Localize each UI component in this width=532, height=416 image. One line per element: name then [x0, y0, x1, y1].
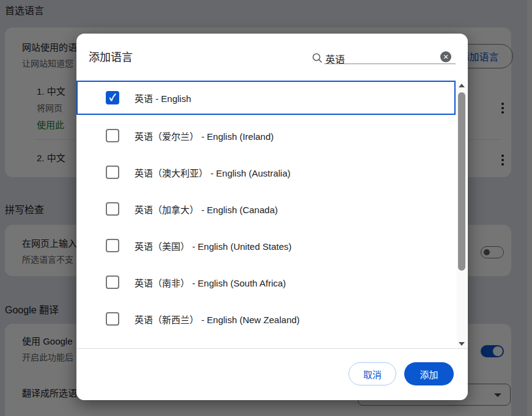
checkbox-icon[interactable]	[106, 166, 119, 179]
language-label: 英语 - English	[135, 92, 191, 104]
search-icon	[312, 53, 323, 64]
search-underline	[324, 64, 456, 64]
dialog-title: 添加语言	[89, 48, 133, 64]
language-label: 英语（新西兰） - English (New Zealand)	[135, 313, 300, 326]
language-label: 英语（加拿大） - English (Canada)	[135, 203, 278, 216]
language-option[interactable]: 英语（美国） - English (United States)	[76, 227, 456, 264]
language-option[interactable]: 英语（新西兰） - English (New Zealand)	[76, 301, 456, 337]
add-language-dialog: 添加语言 英语 ✕ ✓英语 - English英语（爱尔兰） - English…	[76, 34, 468, 400]
language-label: 英语（南非） - English (South Africa)	[135, 276, 286, 289]
language-option[interactable]: ✓英语 - English	[76, 81, 456, 115]
checkbox-checked-icon[interactable]: ✓	[106, 91, 119, 104]
clear-search-icon[interactable]: ✕	[440, 51, 451, 62]
add-button[interactable]: 添加	[404, 362, 454, 385]
scrollbar-down-icon[interactable]	[457, 340, 467, 348]
scrollbar-thumb[interactable]	[458, 92, 465, 271]
dialog-scrollbar[interactable]	[457, 81, 467, 348]
language-label: 英语（爱尔兰） - English (Ireland)	[135, 130, 274, 142]
language-option[interactable]: 英语（爱尔兰） - English (Ireland)	[76, 117, 456, 154]
language-label: 英语（澳大利亚） - English (Australia)	[135, 166, 290, 179]
language-option[interactable]: 英语（澳大利亚） - English (Australia)	[76, 154, 456, 191]
checkbox-icon[interactable]	[106, 129, 119, 142]
cancel-button[interactable]: 取消	[349, 362, 396, 385]
scrollbar-up-icon[interactable]	[457, 81, 467, 90]
language-option[interactable]: 英语（加拿大） - English (Canada)	[76, 191, 456, 227]
language-list: ✓英语 - English英语（爱尔兰） - English (Ireland)…	[76, 81, 456, 337]
checkbox-icon[interactable]	[106, 239, 119, 252]
checkbox-icon[interactable]	[106, 312, 119, 326]
checkbox-icon[interactable]	[106, 276, 119, 289]
language-label: 英语（美国） - English (United States)	[135, 239, 292, 252]
dialog-footer: 取消 添加	[76, 348, 468, 400]
language-option[interactable]: 英语（南非） - English (South Africa)	[76, 264, 456, 301]
checkbox-icon[interactable]	[106, 202, 119, 216]
